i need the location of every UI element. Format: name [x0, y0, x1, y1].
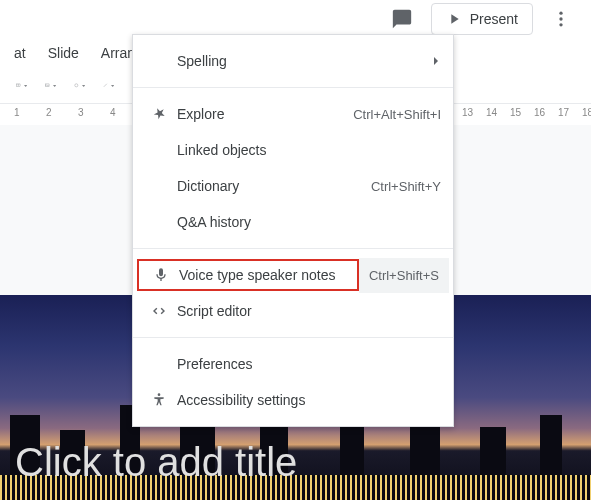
present-button[interactable]: Present	[431, 3, 533, 35]
separator	[133, 248, 453, 249]
tool-shape[interactable]	[74, 82, 85, 90]
present-label: Present	[470, 11, 518, 27]
dropdown-spelling[interactable]: Spelling	[133, 43, 453, 79]
tools-dropdown: Spelling Explore Ctrl+Alt+Shift+I Linked…	[132, 34, 454, 427]
dropdown-dictionary[interactable]: Dictionary Ctrl+Shift+Y	[133, 168, 453, 204]
comment-icon[interactable]	[391, 8, 413, 30]
dropdown-script-editor[interactable]: Script editor	[133, 293, 453, 329]
tool-textbox[interactable]	[16, 82, 27, 90]
svg-point-2	[559, 23, 562, 26]
dropdown-qa-history[interactable]: Q&A history	[133, 204, 453, 240]
menu-at[interactable]: at	[4, 41, 36, 65]
play-icon	[446, 11, 462, 27]
svg-point-0	[559, 11, 562, 14]
separator	[133, 337, 453, 338]
explore-icon	[145, 106, 173, 122]
code-icon	[145, 303, 173, 319]
svg-point-1	[559, 17, 562, 20]
separator	[133, 87, 453, 88]
svg-point-6	[158, 393, 161, 396]
more-icon[interactable]	[551, 9, 571, 29]
dropdown-preferences[interactable]: Preferences	[133, 346, 453, 382]
title-placeholder[interactable]: Click to add title	[15, 440, 297, 485]
dropdown-voice-type[interactable]: Voice type speaker notes Ctrl+Shift+S	[137, 257, 449, 293]
chevron-right-icon	[431, 56, 441, 66]
dropdown-explore[interactable]: Explore Ctrl+Alt+Shift+I	[133, 96, 453, 132]
dropdown-linked-objects[interactable]: Linked objects	[133, 132, 453, 168]
mic-icon	[147, 267, 175, 283]
svg-point-5	[75, 84, 78, 87]
top-action-bar: Present	[0, 0, 591, 38]
dropdown-accessibility[interactable]: Accessibility settings	[133, 382, 453, 418]
accessibility-icon	[145, 392, 173, 408]
tool-image[interactable]	[45, 82, 56, 90]
menu-slide[interactable]: Slide	[38, 41, 89, 65]
tool-line[interactable]	[103, 82, 114, 90]
